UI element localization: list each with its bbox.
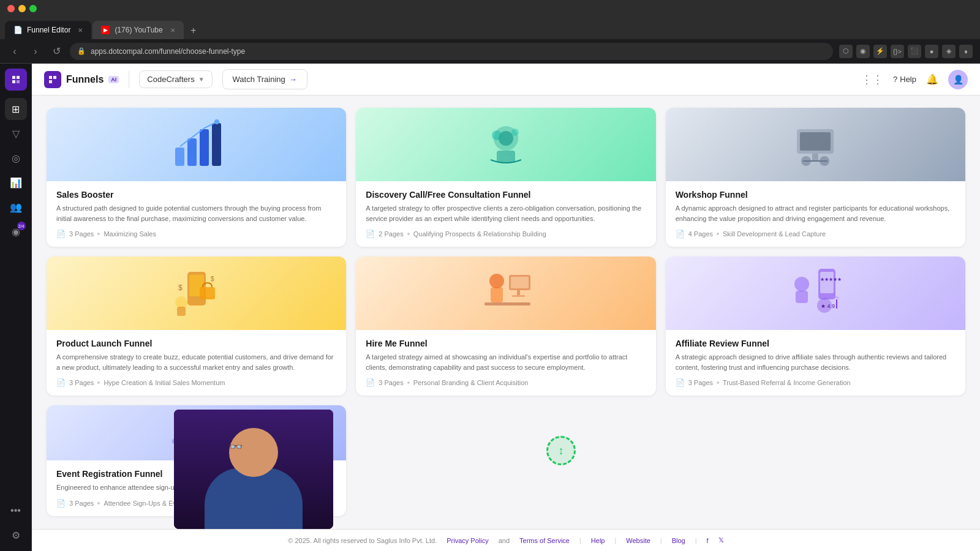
hire-me-title: Hire Me Funnel (366, 339, 646, 348)
workspace-selector[interactable]: CodeCrafters ▼ (139, 70, 212, 88)
funnel-card-product-launch[interactable]: $ $ Product Launch Funnel A comprehensiv… (47, 257, 346, 395)
reload-button[interactable]: ↺ (49, 44, 64, 59)
ext-icon-6[interactable]: ● (925, 45, 938, 58)
close-tab-youtube[interactable]: ✕ (170, 27, 175, 34)
maximize-button[interactable] (29, 5, 37, 12)
new-tab-button[interactable]: + (185, 22, 202, 39)
discovery-desc: A targeted strategy to offer prospective… (366, 203, 646, 223)
card-body-discovery: Discovery Call/Free Consultation Funnel … (356, 181, 655, 247)
product-launch-desc: A comprehensive strategy to create buzz,… (56, 352, 336, 372)
video-overlay: 👓 (174, 410, 333, 529)
workshop-tag: Skill Development & Lead Capture (723, 230, 826, 238)
sidebar-item-analytics[interactable]: 📊 (5, 171, 27, 193)
card-image-product-launch: $ $ (47, 257, 346, 330)
sidebar: ⊞ ▽ ◎ 📊 👥 ◉ 2/4 ••• ⚙ (0, 64, 32, 551)
ext-icon-3[interactable]: ⚡ (873, 45, 887, 58)
app-logo: Funnels AI (44, 71, 119, 88)
person-head: 👓 (229, 428, 278, 477)
video-person: 👓 (174, 410, 333, 529)
blog-link[interactable]: Blog (672, 537, 685, 544)
svg-text:$: $ (178, 283, 183, 292)
svg-rect-7 (497, 151, 515, 163)
card-body-product-launch: Product Launch Funnel A comprehensive st… (47, 330, 346, 395)
funnel-card-affiliate[interactable]: ★★★★★ ★ 4.9 (666, 257, 965, 395)
sidebar-item-contacts[interactable]: 👥 (5, 196, 27, 218)
facebook-link[interactable]: f (707, 537, 709, 544)
pages-icon-2: 📄 (366, 230, 375, 238)
workshop-desc: A dynamic approach designed to attract a… (676, 203, 956, 223)
terms-link[interactable]: Terms of Service (519, 537, 570, 544)
funnels-logo-icon (44, 71, 61, 88)
sidebar-item-dashboard[interactable]: ⊞ (5, 98, 27, 120)
ext-icon-7[interactable]: ◈ (942, 45, 956, 58)
meta-dot-5 (407, 381, 410, 384)
ext-icon-8[interactable]: ♦ (959, 45, 973, 58)
sidebar-item-more[interactable]: ••• (5, 500, 27, 522)
discovery-tag: Qualifying Prospects & Relationship Buil… (413, 230, 546, 238)
ext-icon-1[interactable]: ⬡ (839, 45, 853, 58)
hire-me-pages: 3 Pages (379, 379, 403, 386)
cursor-indicator: ↕ (546, 436, 576, 465)
twitter-link[interactable]: 𝕏 (718, 536, 724, 544)
minimize-button[interactable] (18, 5, 26, 12)
sidebar-item-filter[interactable]: ▽ (5, 122, 27, 144)
affiliate-pages: 3 Pages (688, 379, 713, 386)
user-avatar[interactable]: 👤 (948, 70, 968, 89)
svg-rect-27 (517, 290, 520, 295)
svg-point-9 (511, 129, 519, 136)
card-image-affiliate: ★★★★★ ★ 4.9 (666, 257, 965, 330)
svg-point-33 (794, 277, 809, 291)
filter-icon: ▽ (12, 128, 20, 140)
analytics-icon: 📊 (10, 177, 22, 189)
meta-dot-7 (97, 502, 100, 504)
sep-3: | (660, 537, 662, 544)
grid-icon[interactable]: ⋮⋮ (861, 73, 883, 86)
event-pages: 3 Pages (69, 500, 94, 507)
hire-me-desc: A targeted strategy aimed at showcasing … (366, 352, 646, 372)
funnel-card-discovery[interactable]: Discovery Call/Free Consultation Funnel … (356, 108, 655, 247)
discovery-meta: 📄 2 Pages Qualifying Prospects & Relatio… (366, 230, 646, 238)
meta-dot-3 (717, 233, 719, 235)
help-button[interactable]: ? Help (893, 75, 916, 84)
app-container: ⊞ ▽ ◎ 📊 👥 ◉ 2/4 ••• ⚙ (0, 64, 980, 551)
product-launch-meta: 📄 3 Pages Hype Creation & Initial Sales … (56, 378, 336, 387)
svg-point-23 (489, 274, 504, 288)
url-bar[interactable]: 🔒 apps.dotcompal.com/funnel/choose-funne… (70, 43, 833, 60)
ext-icon-4[interactable]: {}> (891, 45, 904, 58)
forward-button[interactable]: › (28, 44, 43, 59)
tab-youtube[interactable]: ▶ (176) YouTube ✕ (92, 21, 183, 39)
back-button[interactable]: ‹ (7, 44, 22, 59)
sidebar-item-globe[interactable]: ◎ (5, 147, 27, 169)
funnel-card-hire-me[interactable]: Hire Me Funnel A targeted strategy aimed… (356, 257, 655, 395)
hire-me-meta: 📄 3 Pages Personal Branding & Client Acq… (366, 378, 646, 387)
affiliate-title: Affiliate Review Funnel (676, 339, 956, 348)
person-body (205, 468, 303, 529)
tab-funnel-editor-label: Funnel Editor (27, 26, 70, 34)
privacy-link[interactable]: Privacy Policy (447, 537, 488, 544)
svg-text:$: $ (211, 276, 214, 282)
svg-rect-24 (491, 287, 503, 302)
affiliate-desc: A strategic approach designed to drive a… (676, 352, 956, 372)
bell-icon[interactable]: 🔔 (926, 73, 938, 85)
close-button[interactable] (7, 5, 15, 12)
svg-rect-22 (177, 307, 186, 316)
tab-funnel-editor[interactable]: 📄 Funnel Editor ✕ (5, 21, 91, 39)
pages-icon-4: 📄 (56, 378, 66, 387)
hire-me-tag: Personal Branding & Client Acquisition (413, 379, 529, 386)
tab-bar: 📄 Funnel Editor ✕ ▶ (176) YouTube ✕ + (0, 17, 980, 39)
watch-training-button[interactable]: Watch Training → (222, 69, 307, 89)
help-footer-link[interactable]: Help (591, 537, 605, 544)
ext-icon-5[interactable]: ⬛ (908, 45, 921, 58)
and-text: and (499, 537, 510, 544)
sep-2: | (614, 537, 616, 544)
sidebar-item-settings[interactable]: ⚙ (5, 524, 27, 546)
meta-dot-2 (407, 233, 410, 235)
ext-icon-2[interactable]: ◉ (856, 45, 870, 58)
funnel-card-workshop[interactable]: Workshop Funnel A dynamic approach desig… (666, 108, 965, 247)
close-tab-funnel[interactable]: ✕ (78, 27, 83, 34)
website-link[interactable]: Website (626, 537, 650, 544)
sidebar-item-targeting[interactable]: ◉ 2/4 (5, 220, 27, 242)
funnel-card-sales-booster[interactable]: Sales Booster A structured path designed… (47, 108, 346, 247)
sep-4: | (695, 537, 697, 544)
contacts-icon: 👥 (10, 201, 22, 213)
